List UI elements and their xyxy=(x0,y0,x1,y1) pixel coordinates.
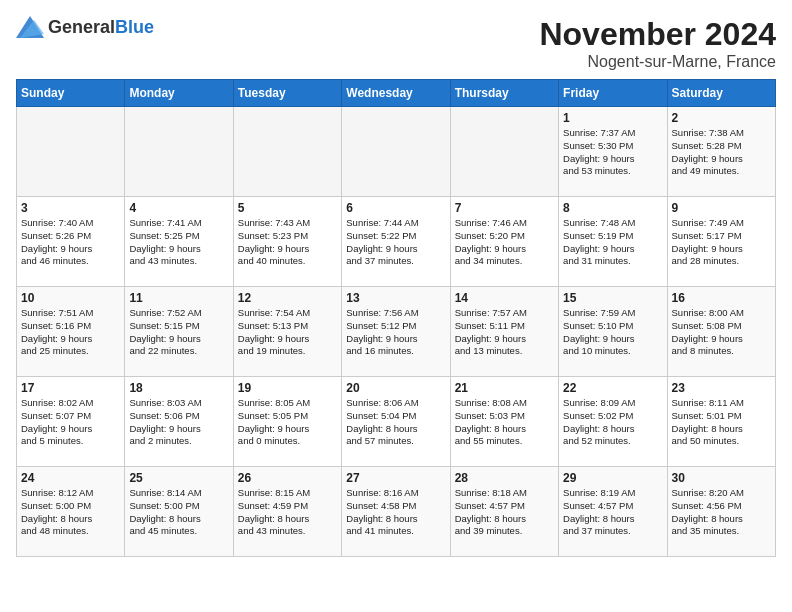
day-cell: 14Sunrise: 7:57 AM Sunset: 5:11 PM Dayli… xyxy=(450,287,558,377)
day-cell xyxy=(17,107,125,197)
day-info: Sunrise: 7:48 AM Sunset: 5:19 PM Dayligh… xyxy=(563,217,662,268)
day-cell xyxy=(233,107,341,197)
day-cell: 16Sunrise: 8:00 AM Sunset: 5:08 PM Dayli… xyxy=(667,287,775,377)
day-cell: 28Sunrise: 8:18 AM Sunset: 4:57 PM Dayli… xyxy=(450,467,558,557)
day-cell: 22Sunrise: 8:09 AM Sunset: 5:02 PM Dayli… xyxy=(559,377,667,467)
title-area: November 2024 Nogent-sur-Marne, France xyxy=(539,16,776,71)
day-info: Sunrise: 7:46 AM Sunset: 5:20 PM Dayligh… xyxy=(455,217,554,268)
day-info: Sunrise: 8:05 AM Sunset: 5:05 PM Dayligh… xyxy=(238,397,337,448)
header-cell-thursday: Thursday xyxy=(450,80,558,107)
day-number: 1 xyxy=(563,111,662,125)
day-info: Sunrise: 7:52 AM Sunset: 5:15 PM Dayligh… xyxy=(129,307,228,358)
day-number: 4 xyxy=(129,201,228,215)
calendar-body: 1Sunrise: 7:37 AM Sunset: 5:30 PM Daylig… xyxy=(17,107,776,557)
day-number: 24 xyxy=(21,471,120,485)
day-cell: 1Sunrise: 7:37 AM Sunset: 5:30 PM Daylig… xyxy=(559,107,667,197)
day-number: 10 xyxy=(21,291,120,305)
day-info: Sunrise: 7:56 AM Sunset: 5:12 PM Dayligh… xyxy=(346,307,445,358)
day-info: Sunrise: 8:20 AM Sunset: 4:56 PM Dayligh… xyxy=(672,487,771,538)
day-number: 23 xyxy=(672,381,771,395)
day-info: Sunrise: 8:08 AM Sunset: 5:03 PM Dayligh… xyxy=(455,397,554,448)
day-number: 13 xyxy=(346,291,445,305)
day-number: 7 xyxy=(455,201,554,215)
day-cell: 3Sunrise: 7:40 AM Sunset: 5:26 PM Daylig… xyxy=(17,197,125,287)
day-number: 8 xyxy=(563,201,662,215)
day-cell: 29Sunrise: 8:19 AM Sunset: 4:57 PM Dayli… xyxy=(559,467,667,557)
day-info: Sunrise: 7:59 AM Sunset: 5:10 PM Dayligh… xyxy=(563,307,662,358)
header-cell-wednesday: Wednesday xyxy=(342,80,450,107)
location-title: Nogent-sur-Marne, France xyxy=(539,53,776,71)
day-number: 3 xyxy=(21,201,120,215)
day-cell: 24Sunrise: 8:12 AM Sunset: 5:00 PM Dayli… xyxy=(17,467,125,557)
header-cell-tuesday: Tuesday xyxy=(233,80,341,107)
day-number: 6 xyxy=(346,201,445,215)
day-number: 28 xyxy=(455,471,554,485)
day-info: Sunrise: 8:06 AM Sunset: 5:04 PM Dayligh… xyxy=(346,397,445,448)
week-row-3: 10Sunrise: 7:51 AM Sunset: 5:16 PM Dayli… xyxy=(17,287,776,377)
day-number: 29 xyxy=(563,471,662,485)
day-number: 27 xyxy=(346,471,445,485)
day-number: 11 xyxy=(129,291,228,305)
day-cell: 2Sunrise: 7:38 AM Sunset: 5:28 PM Daylig… xyxy=(667,107,775,197)
day-info: Sunrise: 8:15 AM Sunset: 4:59 PM Dayligh… xyxy=(238,487,337,538)
day-cell: 26Sunrise: 8:15 AM Sunset: 4:59 PM Dayli… xyxy=(233,467,341,557)
logo: GeneralBlue xyxy=(16,16,154,38)
day-number: 18 xyxy=(129,381,228,395)
header-cell-sunday: Sunday xyxy=(17,80,125,107)
day-cell: 25Sunrise: 8:14 AM Sunset: 5:00 PM Dayli… xyxy=(125,467,233,557)
day-info: Sunrise: 7:54 AM Sunset: 5:13 PM Dayligh… xyxy=(238,307,337,358)
day-cell xyxy=(342,107,450,197)
day-number: 25 xyxy=(129,471,228,485)
day-number: 12 xyxy=(238,291,337,305)
page-header: GeneralBlue November 2024 Nogent-sur-Mar… xyxy=(16,16,776,71)
logo-icon xyxy=(16,16,44,38)
day-number: 14 xyxy=(455,291,554,305)
day-info: Sunrise: 7:43 AM Sunset: 5:23 PM Dayligh… xyxy=(238,217,337,268)
week-row-1: 1Sunrise: 7:37 AM Sunset: 5:30 PM Daylig… xyxy=(17,107,776,197)
day-info: Sunrise: 8:09 AM Sunset: 5:02 PM Dayligh… xyxy=(563,397,662,448)
day-number: 17 xyxy=(21,381,120,395)
day-cell: 15Sunrise: 7:59 AM Sunset: 5:10 PM Dayli… xyxy=(559,287,667,377)
logo-text-general: General xyxy=(48,17,115,37)
day-cell: 17Sunrise: 8:02 AM Sunset: 5:07 PM Dayli… xyxy=(17,377,125,467)
day-info: Sunrise: 8:03 AM Sunset: 5:06 PM Dayligh… xyxy=(129,397,228,448)
day-number: 5 xyxy=(238,201,337,215)
day-cell: 10Sunrise: 7:51 AM Sunset: 5:16 PM Dayli… xyxy=(17,287,125,377)
week-row-5: 24Sunrise: 8:12 AM Sunset: 5:00 PM Dayli… xyxy=(17,467,776,557)
day-info: Sunrise: 7:38 AM Sunset: 5:28 PM Dayligh… xyxy=(672,127,771,178)
day-info: Sunrise: 7:49 AM Sunset: 5:17 PM Dayligh… xyxy=(672,217,771,268)
day-info: Sunrise: 8:18 AM Sunset: 4:57 PM Dayligh… xyxy=(455,487,554,538)
day-cell: 11Sunrise: 7:52 AM Sunset: 5:15 PM Dayli… xyxy=(125,287,233,377)
day-info: Sunrise: 7:51 AM Sunset: 5:16 PM Dayligh… xyxy=(21,307,120,358)
day-cell: 5Sunrise: 7:43 AM Sunset: 5:23 PM Daylig… xyxy=(233,197,341,287)
header-cell-saturday: Saturday xyxy=(667,80,775,107)
calendar-header: SundayMondayTuesdayWednesdayThursdayFrid… xyxy=(17,80,776,107)
day-cell xyxy=(125,107,233,197)
day-info: Sunrise: 8:14 AM Sunset: 5:00 PM Dayligh… xyxy=(129,487,228,538)
day-number: 15 xyxy=(563,291,662,305)
header-cell-friday: Friday xyxy=(559,80,667,107)
day-number: 16 xyxy=(672,291,771,305)
day-cell: 4Sunrise: 7:41 AM Sunset: 5:25 PM Daylig… xyxy=(125,197,233,287)
day-cell: 9Sunrise: 7:49 AM Sunset: 5:17 PM Daylig… xyxy=(667,197,775,287)
header-cell-monday: Monday xyxy=(125,80,233,107)
day-number: 26 xyxy=(238,471,337,485)
day-cell: 27Sunrise: 8:16 AM Sunset: 4:58 PM Dayli… xyxy=(342,467,450,557)
day-info: Sunrise: 7:57 AM Sunset: 5:11 PM Dayligh… xyxy=(455,307,554,358)
day-info: Sunrise: 8:00 AM Sunset: 5:08 PM Dayligh… xyxy=(672,307,771,358)
day-info: Sunrise: 8:02 AM Sunset: 5:07 PM Dayligh… xyxy=(21,397,120,448)
day-cell xyxy=(450,107,558,197)
day-info: Sunrise: 7:40 AM Sunset: 5:26 PM Dayligh… xyxy=(21,217,120,268)
day-info: Sunrise: 8:16 AM Sunset: 4:58 PM Dayligh… xyxy=(346,487,445,538)
day-info: Sunrise: 7:41 AM Sunset: 5:25 PM Dayligh… xyxy=(129,217,228,268)
day-cell: 6Sunrise: 7:44 AM Sunset: 5:22 PM Daylig… xyxy=(342,197,450,287)
header-row: SundayMondayTuesdayWednesdayThursdayFrid… xyxy=(17,80,776,107)
day-info: Sunrise: 7:44 AM Sunset: 5:22 PM Dayligh… xyxy=(346,217,445,268)
day-cell: 21Sunrise: 8:08 AM Sunset: 5:03 PM Dayli… xyxy=(450,377,558,467)
day-number: 19 xyxy=(238,381,337,395)
day-cell: 12Sunrise: 7:54 AM Sunset: 5:13 PM Dayli… xyxy=(233,287,341,377)
day-number: 21 xyxy=(455,381,554,395)
day-cell: 19Sunrise: 8:05 AM Sunset: 5:05 PM Dayli… xyxy=(233,377,341,467)
week-row-2: 3Sunrise: 7:40 AM Sunset: 5:26 PM Daylig… xyxy=(17,197,776,287)
day-number: 22 xyxy=(563,381,662,395)
